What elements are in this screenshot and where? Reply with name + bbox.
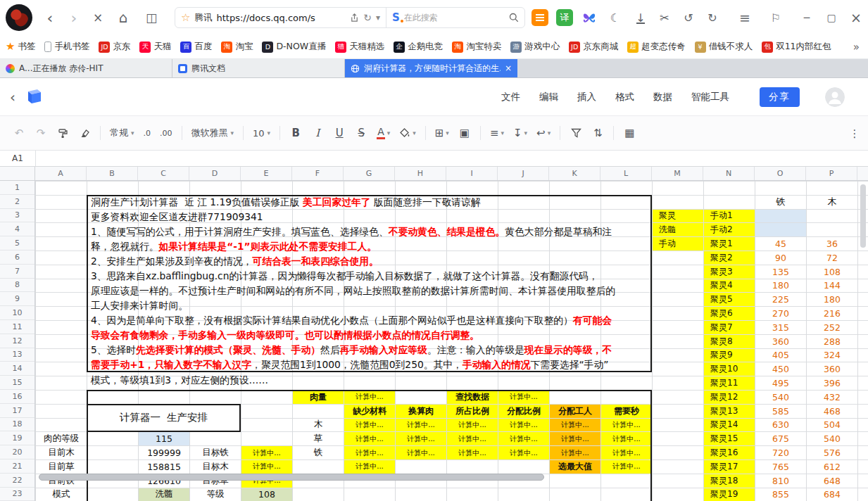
row-header[interactable]: 9 (0, 292, 34, 306)
sheet-cell[interactable]: 计算中... (447, 446, 498, 459)
row-header[interactable]: 3 (0, 209, 34, 223)
row-header[interactable]: 6 (0, 250, 34, 265)
sheet-cell[interactable]: 180 (807, 293, 857, 306)
sheet-cell[interactable]: 草 (293, 432, 344, 445)
sheet-cell[interactable]: 换算肉 (396, 405, 446, 418)
sheet-cell[interactable]: 计算中... (498, 391, 549, 404)
sheet-cell[interactable]: 468 (807, 405, 857, 418)
sheet-cell[interactable]: 855 (755, 488, 806, 501)
sheet-cell[interactable]: 需要秒 (601, 405, 652, 418)
user-avatar[interactable] (825, 87, 845, 107)
url-dropdown-icon[interactable]: ▾ (376, 13, 380, 23)
docs-menu-item[interactable]: 格式 (615, 91, 634, 103)
sheet-cell[interactable]: 聚灵12 (704, 391, 755, 404)
sheet-cell[interactable]: 查找数据 (447, 391, 498, 404)
sort-button[interactable]: ⇅ (591, 127, 604, 139)
sheet-cell[interactable]: 聚灵10 (704, 362, 755, 376)
sheet-cell[interactable]: 计算中... (241, 460, 292, 474)
sheet-cell[interactable]: 648 (807, 474, 857, 488)
row-header[interactable]: 8 (0, 279, 34, 293)
bookmark-item[interactable]: 手机书签 (44, 41, 89, 53)
horizontal-scrollbar[interactable] (39, 474, 544, 481)
sheet-cell[interactable]: 聚灵4 (704, 279, 755, 293)
sheet-cell[interactable]: 158815 (139, 460, 189, 474)
sheet-cell[interactable]: 聚灵2 (704, 251, 755, 265)
formula-input[interactable] (36, 151, 868, 166)
column-header[interactable]: A (35, 167, 87, 180)
clear-format-button[interactable] (78, 128, 91, 139)
sheet-cell[interactable]: 360 (755, 335, 806, 348)
sheet-cell[interactable]: 手动 (653, 237, 703, 250)
sheet-cell[interactable]: 缺少材料 (344, 405, 395, 418)
sheet-cell[interactable]: 765 (755, 460, 806, 474)
sheet-cell[interactable]: 聚灵9 (704, 349, 755, 362)
sheet-cell[interactable]: 405 (755, 349, 806, 362)
sheet-cell[interactable]: 木 (293, 419, 344, 432)
sheet-cell[interactable]: 630 (755, 419, 806, 432)
row-header[interactable]: 22 (0, 474, 34, 488)
sheet-cell[interactable]: 手动2 (704, 223, 755, 236)
flag-icon[interactable]: ⚐ (766, 0, 786, 35)
browser-tab[interactable]: A...正在播放 赤伶-HIT (0, 59, 172, 77)
sheet-cell[interactable]: 540 (755, 391, 806, 404)
sheet-cell[interactable]: 等级 (190, 488, 241, 501)
bookmark-item[interactable]: 猫天猫精选 (335, 41, 384, 53)
sheet-cell[interactable]: 聚灵11 (704, 376, 755, 390)
sheet-cell[interactable]: 计算中... (344, 419, 395, 432)
sheet-cell[interactable]: 肉量 (293, 391, 344, 404)
row-header[interactable]: 20 (0, 445, 34, 459)
sheet-cell[interactable]: 计算中... (601, 460, 652, 474)
search-box[interactable]: S (386, 8, 524, 27)
merge-cells-button[interactable]: ▣ (458, 127, 471, 139)
sheet-cell[interactable]: 108 (241, 488, 292, 501)
sheet-cell[interactable]: 聚灵14 (704, 419, 755, 432)
sheet-cell[interactable]: 199999 (139, 446, 189, 459)
docs-menu-item[interactable]: 智能工具 (691, 91, 729, 103)
bookmark-item[interactable]: 淘淘宝特卖 (452, 41, 501, 53)
italic-button[interactable]: I (311, 127, 324, 139)
sheet-cell[interactable]: 144 (807, 279, 857, 293)
news-feed-icon[interactable] (532, 9, 548, 26)
sheet-cell[interactable]: 585 (755, 405, 806, 418)
column-header[interactable]: N (703, 167, 755, 180)
insert-chart-button[interactable]: ▦ (623, 127, 636, 139)
number-format-select[interactable]: 常规▾ (110, 127, 134, 139)
sheet-cell[interactable]: 450 (755, 362, 806, 376)
sheet-cell[interactable]: 聚灵7 (704, 321, 755, 334)
font-color-button[interactable]: A▾ (377, 127, 390, 139)
browser-tab[interactable]: 腾讯文档 (172, 59, 345, 77)
sheet-cell[interactable]: 495 (755, 376, 806, 390)
home-icon[interactable]: ⌂ (113, 0, 134, 35)
sheet-cell[interactable]: 45 (755, 237, 806, 250)
sheet-cell[interactable]: 360 (807, 362, 857, 376)
sheet-cell[interactable]: 计算中... (498, 419, 549, 432)
column-header[interactable]: O (755, 167, 806, 180)
row-header[interactable]: 2 (0, 195, 34, 209)
sheet-cell[interactable]: 分配工人 (550, 405, 600, 418)
row-header[interactable]: 4 (0, 222, 34, 236)
sheet-cell[interactable]: 计算中... (498, 432, 549, 445)
borders-button[interactable]: ⊞▾ (435, 127, 449, 139)
sheet-cell[interactable]: 聚灵16 (704, 446, 755, 459)
forward-icon[interactable]: › (63, 0, 84, 35)
increase-decimal-button[interactable]: .00 (160, 129, 172, 138)
row-header[interactable]: 13 (0, 348, 34, 362)
sheet-cell[interactable]: 计算中... (601, 432, 652, 445)
row-header[interactable]: 10 (0, 306, 34, 320)
sheet-cell[interactable]: 36 (807, 237, 857, 250)
butterfly-collect-icon[interactable] (581, 9, 598, 26)
bookmark-item[interactable]: ★书签 (6, 41, 35, 53)
undo-button[interactable]: ↶ (13, 127, 25, 139)
fill-color-button[interactable]: ▾ (399, 127, 416, 139)
toolbar-more-button[interactable]: ⋮ (848, 116, 861, 151)
row-header[interactable]: 23 (0, 488, 34, 501)
restore-page-icon[interactable]: ↺ (679, 0, 698, 35)
bold-button[interactable]: B (289, 127, 302, 139)
sheet-cell[interactable]: 396 (807, 376, 857, 390)
bookmark-item[interactable]: JD京东商城 (569, 41, 618, 53)
row-header[interactable]: 5 (0, 236, 34, 250)
bookmark-item[interactable]: ¥借钱不求人 (695, 41, 753, 53)
browser-logo[interactable] (6, 4, 32, 31)
sheet-cell[interactable]: 计算中... (550, 446, 600, 459)
sheet-cell[interactable]: 540 (807, 432, 857, 445)
